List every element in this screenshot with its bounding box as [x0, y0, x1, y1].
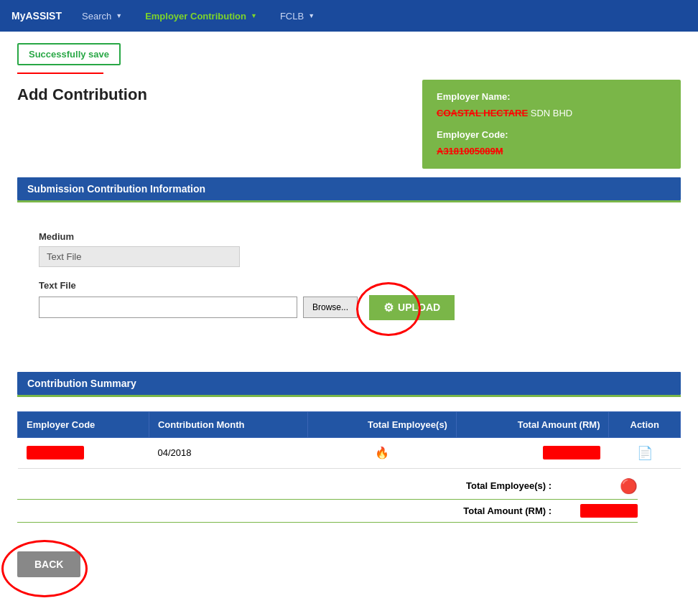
back-section: BACK: [17, 551, 681, 577]
chevron-down-icon: ▼: [116, 12, 122, 19]
page-title: Add Contribution: [17, 85, 147, 104]
table-header-row: Employer Code Contribution Month Total E…: [18, 411, 681, 437]
success-banner: Successfully save: [17, 43, 121, 65]
file-text-input[interactable]: [39, 297, 297, 318]
totals-section: Total Employee(s) : 🔴 Total Amount (RM) …: [17, 473, 681, 523]
back-wrapper: BACK: [17, 551, 80, 577]
col-total-employees: Total Employee(s): [308, 411, 457, 437]
gear-icon: ⚙: [383, 301, 394, 314]
nav-item-fclb[interactable]: FCLB ▼: [277, 11, 317, 22]
cell-action[interactable]: 📄: [609, 437, 681, 468]
cell-total-employees: 🔥: [308, 437, 457, 468]
employer-code-redacted: [27, 446, 84, 459]
navbar: MyASSIST Search ▼ Employer Contribution …: [0, 0, 698, 32]
cell-contribution-month: 04/2018: [149, 437, 307, 468]
employer-name-label: Employer Name:: [437, 91, 511, 102]
file-input-row: Browse... ⚙ UPLOAD: [39, 295, 659, 320]
contribution-section-header: Contribution Summary: [17, 372, 681, 395]
submission-section-header: Submission Contribution Information: [17, 177, 681, 200]
medium-label: Medium: [39, 231, 659, 242]
chevron-down-icon: ▼: [308, 12, 315, 19]
submission-divider: [17, 200, 681, 202]
browse-button[interactable]: Browse...: [303, 297, 358, 318]
nav-item-search[interactable]: Search ▼: [79, 11, 125, 22]
upload-button[interactable]: ⚙ UPLOAD: [369, 295, 455, 320]
employer-code-label: Employer Code:: [437, 129, 508, 140]
contribution-section: Contribution Summary Employer Code Contr…: [17, 372, 681, 523]
fire-icon: 🔥: [375, 447, 389, 459]
amount-redacted: [543, 446, 600, 459]
medium-value: Text File: [39, 246, 240, 267]
col-action: Action: [609, 411, 681, 437]
upload-wrapper: ⚙ UPLOAD: [363, 295, 455, 320]
contribution-table: Employer Code Contribution Month Total E…: [17, 411, 681, 469]
table-body: 04/2018 🔥 📄: [18, 437, 681, 468]
total-employees-redacted: 🔴: [620, 478, 638, 494]
back-button[interactable]: BACK: [17, 551, 80, 577]
table-row: 04/2018 🔥 📄: [18, 437, 681, 468]
employer-name-value: COASTAL HECTARE: [437, 108, 528, 118]
employer-code-value: A3181005089M: [437, 146, 503, 157]
chevron-down-icon: ▼: [251, 12, 257, 19]
total-employees-value: 🔴: [580, 477, 638, 495]
medium-group: Medium Text File: [39, 231, 659, 267]
col-employer-code: Employer Code: [18, 411, 149, 437]
total-amount-value: [580, 504, 638, 518]
table-head: Employer Code Contribution Month Total E…: [18, 411, 681, 437]
total-amount-label: Total Amount (RM) :: [422, 505, 552, 516]
form-section: Medium Text File Text File Browse... ⚙ U…: [17, 217, 681, 355]
col-contribution-month: Contribution Month: [149, 411, 307, 437]
nav-brand[interactable]: MyASSIST: [11, 10, 62, 22]
contribution-divider: [17, 395, 681, 397]
employer-name-suffix: SDN BHD: [531, 108, 573, 118]
total-employees-label: Total Employee(s) :: [422, 480, 552, 491]
employer-info-box: Employer Name: COASTAL HECTARE SDN BHD E…: [422, 80, 681, 169]
cell-employer-code: [18, 437, 149, 468]
nav-item-employer-contribution[interactable]: Employer Contribution ▼: [142, 11, 260, 22]
total-amount-redacted: [580, 504, 638, 518]
col-total-amount: Total Amount (RM): [456, 411, 609, 437]
file-label: Text File: [39, 280, 659, 291]
main-content: Successfully save Add Contribution Emplo…: [0, 32, 698, 616]
total-amount-row: Total Amount (RM) :: [17, 500, 638, 523]
page-header-row: Add Contribution Employer Name: COASTAL …: [17, 80, 681, 169]
file-group: Text File Browse... ⚙ UPLOAD: [39, 280, 659, 320]
cell-total-amount: [456, 437, 609, 468]
success-underline: [17, 73, 103, 74]
total-employees-row: Total Employee(s) : 🔴: [17, 473, 638, 500]
file-icon[interactable]: 📄: [637, 446, 653, 460]
